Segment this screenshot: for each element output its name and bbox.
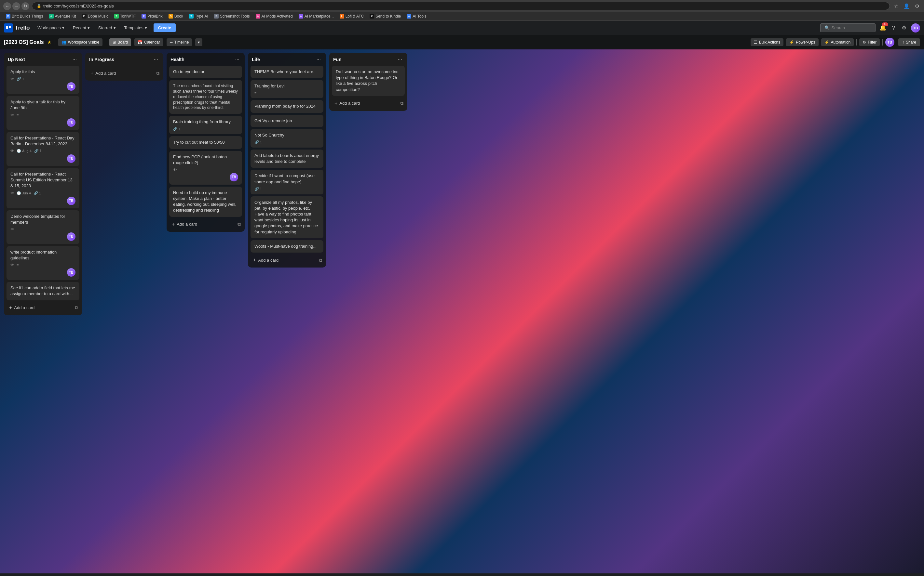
copy-list-button-up-next[interactable]: ⧉ [74,304,79,312]
card-l9[interactable]: Woofs - Must-have dog training... [250,240,323,253]
list-menu-health[interactable]: ··· [234,56,241,63]
card-title-h4: Try to cut out meat to 50/50 [173,139,238,145]
add-card-button-up-next[interactable]: +Add a card [6,303,74,313]
power-ups-button[interactable]: ⚡ Power-Ups [786,38,818,46]
add-card-button-life[interactable]: +Add a card [250,255,318,265]
card-l7[interactable]: Decide if I want to compost (use share a… [250,170,323,194]
card-f1[interactable]: Do I wanna start an awesome inc type of … [332,66,405,96]
card-l3[interactable]: Planning mom bday trip for 2024 [250,100,323,112]
bookmark-item-1[interactable]: AAventure Kit [47,13,79,19]
share-button[interactable]: ↑ Share [898,38,920,46]
automation-button[interactable]: ⚡ Automation [821,38,854,46]
card-c3[interactable]: Call for Presentations - React Day Berli… [6,132,79,166]
recent-nav-button[interactable]: Recent ▾ [70,24,93,32]
calendar-view-button[interactable]: 📅 Calendar [135,38,163,46]
list-menu-in-progress[interactable]: ··· [152,56,159,63]
card-l1[interactable]: THEME Be where your feet are. [250,66,323,78]
extensions-button[interactable]: ⚙ [913,3,921,10]
bookmark-favicon-1: A [49,14,54,19]
list-header-health: Health··· [167,53,245,66]
card-c6[interactable]: write product information guidelines👁≡TB [6,246,79,280]
copy-list-button-fun[interactable]: ⧉ [399,99,405,107]
help-button[interactable]: ? [890,23,897,32]
bookmark-item-6[interactable]: TType.AI [186,13,211,19]
trello-logo-icon[interactable] [4,23,13,32]
browser-nav-buttons: ← → ↻ [3,2,29,10]
card-l8[interactable]: Organize all my photos, like by pet, by … [250,196,323,238]
bookmark-button[interactable]: ☆ [892,3,900,10]
bookmark-favicon-8: A [256,14,260,19]
forward-button[interactable]: → [12,2,20,10]
card-h2[interactable]: The researchers found that visiting such… [169,80,242,114]
card-h3[interactable]: Brain training thing from library🔗1 [169,116,242,134]
eye-icon-c4: 👁 [10,191,14,195]
card-h1[interactable]: Go to eye doctor [169,66,242,78]
list-footer-in-progress: +Add a card⧉ [85,66,163,81]
card-c4[interactable]: Call for Presentations - React Summit US… [6,168,79,208]
copy-list-button-life[interactable]: ⧉ [318,256,323,264]
card-l2[interactable]: Training for Levi≡ [250,80,323,98]
bookmark-item-7[interactable]: SScreenshot Tools [212,13,252,19]
add-card-button-fun[interactable]: +Add a card [332,99,399,108]
card-h6[interactable]: Need to build up my immune system. Make … [169,187,242,217]
card-l5[interactable]: Not So Churchy🔗1 [250,129,323,147]
profile-button[interactable]: 👤 [902,3,911,10]
list-menu-up-next[interactable]: ··· [71,56,78,63]
back-button[interactable]: ← [3,2,11,10]
timeline-view-button[interactable]: ─ Timeline [167,38,192,46]
list-footer-row-fun: +Add a card⧉ [332,99,405,108]
card-c2[interactable]: Apply to give a talk for this by June 9t… [6,96,79,130]
visibility-button[interactable]: 👥 Workspace visible [58,38,103,46]
bookmark-item-3[interactable]: TToniWTF [112,13,138,19]
bookmark-item-10[interactable]: LLofi & ATC [337,13,366,19]
card-h4[interactable]: Try to cut out meat to 50/50 [169,136,242,149]
bookmark-item-8[interactable]: AAI Mods Activated [253,13,295,19]
list-footer-up-next: +Add a card⧉ [4,300,82,315]
list-header-life: Life··· [248,53,326,66]
list-menu-life[interactable]: ··· [315,56,322,63]
bookmark-item-2[interactable]: DDope Music [79,13,111,19]
card-c5[interactable]: Demo welcome templates for members👁TB [6,210,79,244]
header-divider-1 [55,39,55,45]
card-c1[interactable]: Apply for this👁🔗1TB [6,66,79,94]
attachment-badge-c1: 🔗1 [17,77,24,81]
add-card-button-health[interactable]: +Add a card [169,219,236,229]
starred-nav-button[interactable]: Starred ▾ [95,24,119,32]
card-meta-l2: ≡ [254,91,319,95]
workspaces-nav-button[interactable]: Workspaces ▾ [34,24,67,32]
refresh-button[interactable]: ↻ [21,2,29,10]
star-button[interactable]: ★ [47,39,51,45]
create-button[interactable]: Create [154,23,176,32]
card-l4[interactable]: Get Vy a remote job [250,115,323,127]
board-user-avatar[interactable]: TB [885,38,894,47]
bookmark-item-9[interactable]: AAI Marketplace... [296,13,337,19]
bookmark-item-5[interactable]: BBook [166,13,186,19]
bookmark-item-0[interactable]: BBritt Builds Things [3,13,46,19]
notification-button[interactable]: 🔔 9+ [878,23,887,32]
card-meta-c2: 👁≡ [10,113,75,117]
bulk-actions-button[interactable]: ☰ Bulk Actions [751,38,783,46]
list-menu-fun[interactable]: ··· [396,56,403,63]
bookmark-item-12[interactable]: AAI Tools [404,13,429,19]
search-box[interactable]: 🔍 Search [820,23,876,32]
copy-list-button-in-progress[interactable]: ⧉ [155,69,161,77]
card-avatar-c1: TB [67,82,75,91]
card-title-c3: Call for Presentations - React Day Berli… [10,135,75,147]
address-bar[interactable]: 🔒 trello.com/b/gxxoJsmE/2023-os-goals [32,2,890,10]
user-avatar[interactable]: TB [911,23,920,32]
more-views-button[interactable]: ▾ [195,38,202,46]
list-footer-life: +Add a card⧉ [248,253,326,267]
settings-button[interactable]: ⚙ [900,23,908,32]
bookmark-item-11[interactable]: KSend to Kindle [367,13,403,19]
templates-nav-button[interactable]: Templates ▾ [121,24,150,32]
card-h5[interactable]: Find new PCP (look at baton rouge clinic… [169,151,242,185]
board-view-button[interactable]: ⊞ Board [109,38,131,46]
filter-button[interactable]: ⚙ Filter [859,38,880,46]
add-card-button-in-progress[interactable]: +Add a card [88,68,155,78]
bookmark-label-3: ToniWTF [120,14,136,19]
card-c7[interactable]: See if i can add a field that lets me as… [6,282,79,300]
copy-list-button-health[interactable]: ⧉ [236,220,242,228]
board-title[interactable]: [2023 OS] Goals [4,39,44,45]
bookmark-item-4[interactable]: PPixelBrix [139,13,165,19]
card-l6[interactable]: Add labels to boards about energy levels… [250,150,323,168]
